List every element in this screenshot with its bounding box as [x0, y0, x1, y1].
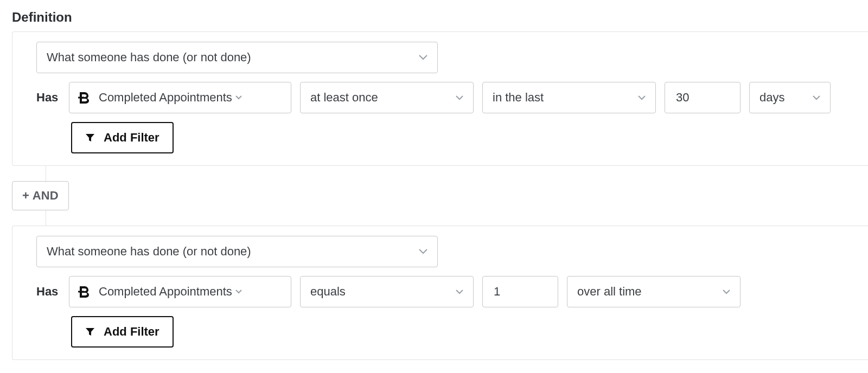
booker-icon	[77, 91, 91, 105]
has-label: Has	[36, 91, 60, 105]
condition-connector: + AND	[12, 166, 868, 226]
frequency-select[interactable]: equals	[300, 276, 474, 307]
chevron-down-icon	[456, 95, 463, 100]
has-label: Has	[36, 285, 60, 299]
chevron-down-icon	[419, 249, 427, 254]
condition-type-label: What someone has done (or not done)	[47, 245, 251, 259]
event-label: Completed Appointments	[99, 91, 232, 105]
frequency-label: equals	[310, 285, 346, 299]
condition-type-select[interactable]: What someone has done (or not done)	[36, 42, 438, 73]
add-filter-label: Add Filter	[104, 325, 159, 339]
add-filter-button[interactable]: Add Filter	[71, 122, 174, 153]
timerange-label: in the last	[493, 91, 544, 105]
svg-rect-1	[78, 291, 84, 293]
event-label: Completed Appointments	[99, 285, 232, 299]
timerange-select[interactable]: over all time	[567, 276, 741, 307]
frequency-select[interactable]: at least once	[300, 82, 474, 113]
booker-icon	[77, 285, 91, 299]
event-select[interactable]: Completed Appointments	[69, 82, 291, 113]
number-input[interactable]	[665, 82, 741, 113]
event-select[interactable]: Completed Appointments	[69, 276, 291, 307]
condition-card: What someone has done (or not done) Has	[12, 31, 868, 166]
chevron-down-icon	[419, 55, 427, 60]
svg-rect-0	[78, 97, 84, 99]
timerange-label: over all time	[577, 285, 642, 299]
condition-type-select[interactable]: What someone has done (or not done)	[36, 236, 438, 267]
unit-select[interactable]: days	[749, 82, 831, 113]
chevron-down-icon	[813, 95, 820, 100]
number-input-field[interactable]	[675, 90, 730, 105]
section-title: Definition	[12, 10, 868, 25]
add-filter-label: Add Filter	[104, 131, 159, 145]
add-filter-button[interactable]: Add Filter	[71, 316, 174, 348]
condition-type-label: What someone has done (or not done)	[47, 50, 251, 65]
plus-icon: +	[22, 190, 29, 202]
filter-icon	[85, 133, 95, 143]
and-button[interactable]: + AND	[12, 181, 69, 210]
timerange-select[interactable]: in the last	[482, 82, 656, 113]
number-input-field[interactable]	[493, 284, 548, 299]
and-label: AND	[33, 189, 59, 203]
chevron-down-icon	[235, 290, 242, 294]
chevron-down-icon	[723, 290, 730, 294]
chevron-down-icon	[456, 290, 463, 294]
number-input[interactable]	[482, 276, 558, 307]
chevron-down-icon	[235, 95, 242, 100]
frequency-label: at least once	[310, 91, 378, 105]
chevron-down-icon	[638, 95, 646, 100]
unit-label: days	[760, 91, 784, 105]
condition-card: What someone has done (or not done) Has	[12, 226, 868, 360]
filter-icon	[85, 327, 95, 337]
